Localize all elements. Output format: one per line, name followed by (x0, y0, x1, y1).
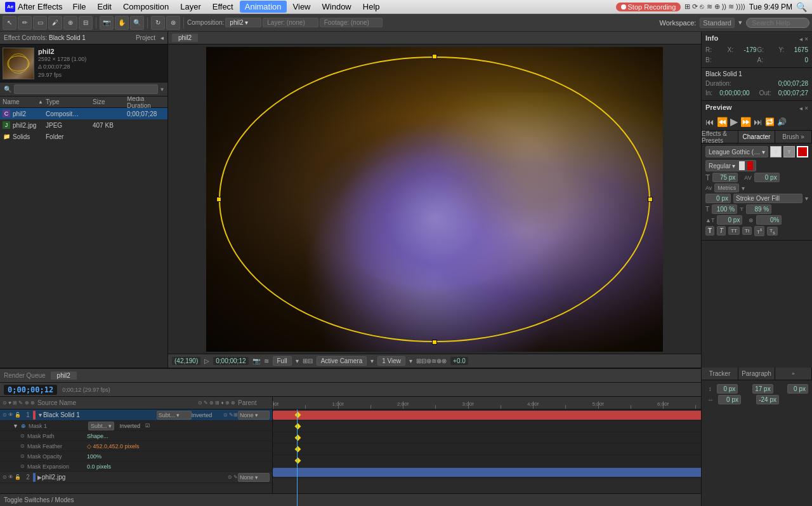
tab-effects-presets[interactable]: Effects & Presets (702, 131, 738, 143)
render-queue-btn[interactable]: Render Queue (4, 372, 46, 379)
rp-tab-tracker[interactable]: Tracker (702, 368, 738, 380)
mask-feather-row[interactable]: ⊙ Mask Feather ◇ 452.0,452.0 pixels (0, 441, 272, 451)
layer-selector[interactable]: Layer: (none) (263, 18, 318, 27)
stop-recording-button[interactable]: Stop Recording (616, 3, 681, 11)
menu-animation[interactable]: Animation (240, 1, 287, 13)
search-options-icon[interactable]: ▾ (160, 86, 164, 93)
l1-lock[interactable]: 🔓 (15, 412, 21, 418)
small-caps-btn[interactable]: Tt (742, 227, 752, 235)
font-stroke-bg[interactable] (747, 161, 753, 170)
camera-dropdown[interactable]: Active Camera (317, 356, 367, 366)
font-stroke-icon[interactable]: T (783, 146, 795, 157)
file-item-2[interactable]: 📁 Solids Folder (0, 131, 167, 142)
workspace-value[interactable]: Standard (700, 18, 735, 28)
file-item-1[interactable]: J phil2.jpg JPEG 407 KB (0, 119, 167, 131)
mask-handle-top[interactable] (432, 54, 437, 59)
search-menu-icon[interactable]: 🔍 (796, 2, 807, 12)
mask1-expand[interactable]: ▼ (13, 423, 18, 429)
kf-maskopacity[interactable] (295, 458, 301, 464)
expand-icon[interactable]: ▷ (204, 357, 209, 364)
panel-minimize[interactable]: ◂ (160, 34, 164, 41)
layer-row-1[interactable]: ⊙ 👁 🔓 1 ▼ Black Solid 1 Subt... ▾ Invert… (0, 409, 272, 421)
menu-edit[interactable]: Edit (93, 1, 117, 13)
project-search-input[interactable] (14, 84, 158, 94)
menu-window[interactable]: Window (317, 1, 357, 13)
rp-tab-extra[interactable]: » (775, 368, 812, 380)
quality-arrow[interactable]: ▾ (296, 357, 299, 364)
menu-view[interactable]: View (288, 1, 316, 13)
comp-timecode[interactable]: 0;00;00;12 (213, 357, 248, 365)
app-name[interactable]: After Effects (18, 2, 63, 11)
comp-viewer[interactable] (168, 44, 701, 354)
camera-tool[interactable]: 📷 (100, 16, 114, 30)
rp-field-4[interactable]: 0 px (718, 395, 741, 404)
mask1-checkbox[interactable]: ☑ (145, 423, 150, 429)
mask1-mode[interactable]: Subt... ▾ (88, 422, 115, 430)
font-color-swatch[interactable] (797, 146, 808, 157)
mask-path-row[interactable]: ⊙ Mask Path Shape... (0, 431, 272, 441)
timeline-timecode[interactable]: 0;00;00;12 (4, 385, 57, 395)
l2-lock[interactable]: 🔓 (15, 474, 21, 480)
l1-solo[interactable]: ⊙ (3, 412, 7, 418)
mask-handle-left[interactable] (216, 197, 221, 202)
horiz-scale-field[interactable]: 89 % (746, 204, 771, 214)
super-btn[interactable]: Ts (754, 226, 764, 236)
preview-loop[interactable]: 🔁 (765, 117, 775, 126)
view-arrow[interactable]: ▾ (409, 357, 412, 364)
mask-path-stopwatch[interactable]: ⊙ (20, 433, 25, 439)
mask-expansion-stopwatch[interactable]: ⊙ (20, 463, 25, 469)
menu-file[interactable]: File (68, 1, 91, 13)
layer-2-expand[interactable]: ▶ (37, 474, 42, 481)
rect-tool[interactable]: ▭ (33, 16, 47, 30)
rp-field-3[interactable]: 0 px (787, 384, 808, 394)
kerning-type[interactable]: Metrics (714, 183, 739, 192)
menu-effect[interactable]: Effect (207, 1, 239, 13)
layer-row-2[interactable]: ⊙ 👁 🔓 2 ▶ phil2.jpg ⊙ ✎ None ▾ (0, 472, 272, 483)
mask-feather-stopwatch[interactable]: ⊙ (20, 443, 25, 449)
toggle-switches-label[interactable]: Toggle Switches / Modes (4, 496, 74, 503)
font-size-field[interactable]: 75 px (712, 173, 738, 182)
layer-2-parent-sel[interactable]: None ▾ (238, 473, 270, 482)
font-fill-bg[interactable] (739, 161, 745, 170)
project-label[interactable]: Project (136, 34, 155, 41)
kf-mask1[interactable] (295, 423, 301, 430)
l2-vis[interactable]: 👁 (8, 474, 13, 480)
caps-btn[interactable]: TT (728, 227, 740, 235)
layer-1-mode[interactable]: Subt... ▾ (157, 411, 192, 420)
layer-1-3d[interactable]: ⊞ (233, 412, 238, 418)
baseline-field[interactable]: 0 px (717, 215, 742, 225)
sub-btn[interactable]: Ts (767, 227, 777, 236)
mask1-row[interactable]: ▼ ⊕ Mask 1 Subt... ▾ Inverted ☑ (0, 421, 272, 431)
hand-tool[interactable]: ✋ (115, 16, 129, 30)
info-panel-controls[interactable]: ◂ × (799, 36, 808, 43)
view-dropdown[interactable]: 1 View (377, 356, 405, 366)
tab-character[interactable]: Character (738, 131, 775, 143)
l2-solo[interactable]: ⊙ (3, 474, 7, 480)
eraser-tool[interactable]: ⊟ (79, 16, 93, 30)
comp-selector[interactable]: phil2 ▾ (225, 18, 261, 27)
stroke-arrow[interactable]: ▾ (805, 195, 808, 202)
tracking-field[interactable]: 0 px (754, 173, 780, 182)
font-name-box[interactable]: League Gothic (… ▾ (705, 146, 768, 157)
snapshot-icon[interactable]: 📷 (252, 357, 260, 364)
stroke-dropdown[interactable]: Stroke Over Fill (733, 194, 802, 203)
flow-icon[interactable]: ≋ (264, 357, 269, 364)
sort-icon[interactable]: ▲ (38, 99, 43, 105)
kerning-arrow[interactable]: ▾ (742, 185, 745, 192)
menu-composition[interactable]: Composition (118, 1, 174, 13)
menu-help[interactable]: Help (358, 1, 385, 13)
font-style-arrow[interactable]: ▾ (732, 163, 735, 170)
mask-opacity-stopwatch[interactable]: ⊙ (20, 453, 25, 459)
preview-skip-fwd[interactable]: ⏭ (754, 117, 763, 127)
grid-icons[interactable]: ⊞⊟ (303, 357, 313, 364)
file-item-0[interactable]: C phil2 Composit… 0;00;07;28 (0, 108, 167, 119)
tsumi-field[interactable]: 0% (756, 215, 782, 225)
preview-audio[interactable]: 🔊 (777, 117, 787, 126)
l1-vis[interactable]: 👁 (8, 412, 13, 418)
playhead[interactable] (297, 409, 298, 506)
search-help-input[interactable] (746, 18, 809, 28)
timeline-comp-tab[interactable]: phil2 (51, 371, 77, 380)
layer-1-parent-sel[interactable]: None ▾ (238, 411, 270, 420)
rp-tab-paragraph[interactable]: Paragraph (738, 368, 775, 380)
rp-field-5[interactable]: -24 px (756, 395, 779, 404)
